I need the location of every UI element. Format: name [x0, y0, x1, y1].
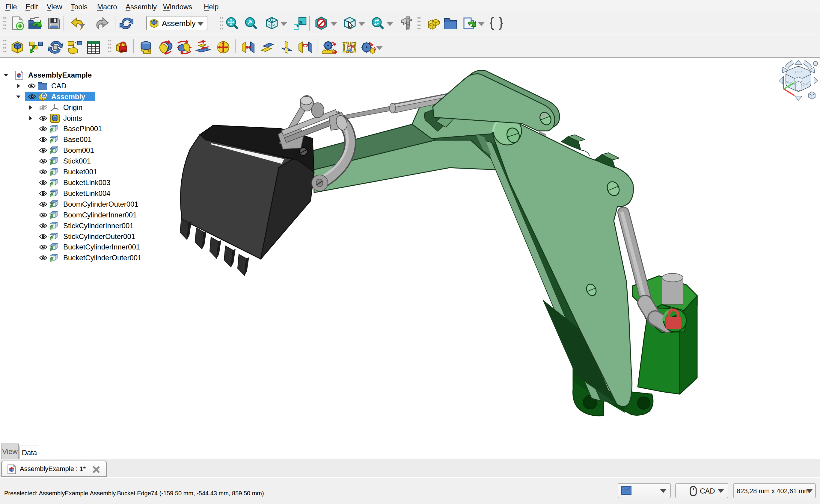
svg-text:TOP: TOP [794, 70, 802, 75]
